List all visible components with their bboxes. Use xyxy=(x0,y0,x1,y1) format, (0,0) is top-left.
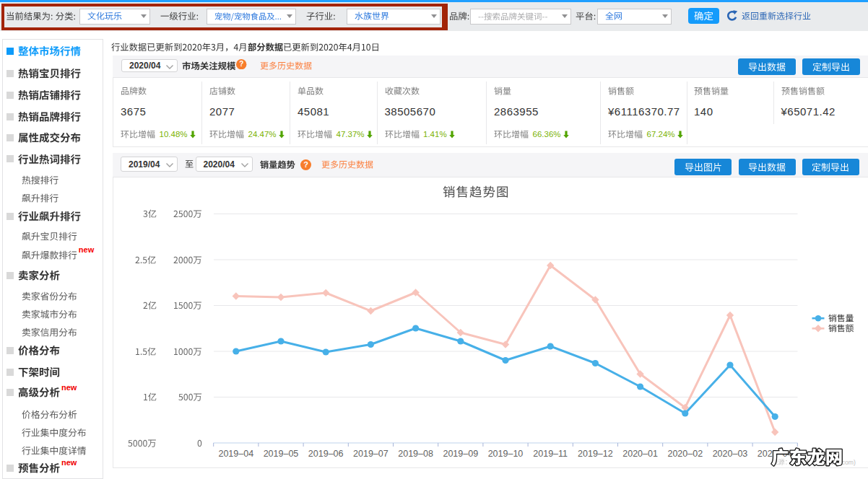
svg-text:?: ? xyxy=(303,160,308,169)
svg-text:?: ? xyxy=(239,60,243,68)
